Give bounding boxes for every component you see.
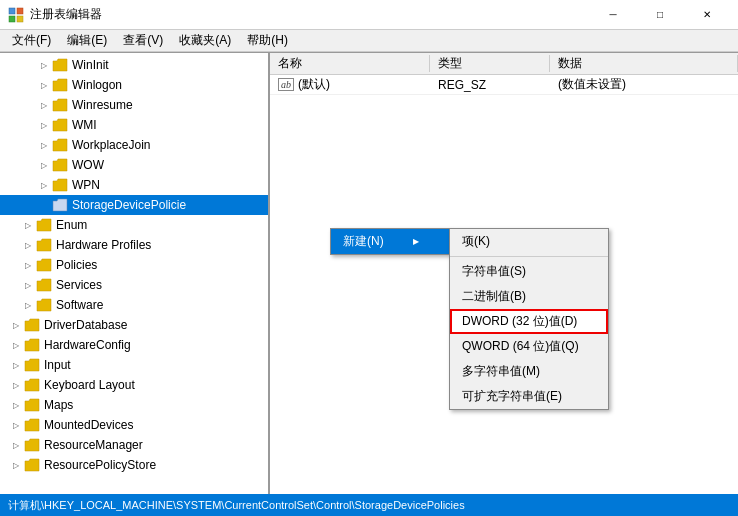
folder-icon	[52, 98, 68, 112]
tree-item-maps[interactable]: ▷ Maps	[0, 395, 268, 415]
tree-label: Services	[56, 278, 102, 292]
tree-label: Software	[56, 298, 103, 312]
tree-item-hardware-profiles[interactable]: ▷ Hardware Profiles	[0, 235, 268, 255]
table-header: 名称 类型 数据	[270, 53, 738, 75]
expand-arrow: ▷	[8, 357, 24, 373]
tree-item-policies[interactable]: ▷ Policies	[0, 255, 268, 275]
col-header-type: 类型	[430, 55, 550, 72]
col-header-name: 名称	[270, 55, 430, 72]
tree-label: Maps	[44, 398, 73, 412]
tree-item-software[interactable]: ▷ Software	[0, 295, 268, 315]
table-row[interactable]: ab (默认) REG_SZ (数值未设置)	[270, 75, 738, 95]
expand-arrow: ▷	[36, 177, 52, 193]
expand-arrow: ▷	[8, 417, 24, 433]
folder-icon	[52, 158, 68, 172]
tree-item-enum[interactable]: ▷ Enum	[0, 215, 268, 235]
tree-item-winresume[interactable]: ▷ Winresume	[0, 95, 268, 115]
context-menu: 新建(N) ▶ 项(K) 字符串值(S) 二进制值(B)	[330, 228, 450, 255]
status-text: 计算机\HKEY_LOCAL_MACHINE\SYSTEM\CurrentCon…	[8, 498, 465, 513]
tree-item-wow[interactable]: ▷ WOW	[0, 155, 268, 175]
menu-file[interactable]: 文件(F)	[4, 30, 59, 51]
submenu-item-dword[interactable]: DWORD (32 位)值(D)	[450, 309, 608, 334]
cell-name: ab (默认)	[270, 76, 430, 93]
expand-arrow: ▷	[36, 157, 52, 173]
expand-arrow: ▷	[36, 57, 52, 73]
tree-item-resourcepolicystore[interactable]: ▷ ResourcePolicyStore	[0, 455, 268, 475]
tree-item-resourcemanager[interactable]: ▷ ResourceManager	[0, 435, 268, 455]
close-button[interactable]: ✕	[684, 0, 730, 30]
tree-item-input[interactable]: ▷ Input	[0, 355, 268, 375]
submenu-item-multistring[interactable]: 多字符串值(M)	[450, 359, 608, 384]
expand-arrow: ▷	[8, 337, 24, 353]
tree-label: ResourcePolicyStore	[44, 458, 156, 472]
tree-label: Enum	[56, 218, 87, 232]
menu-view[interactable]: 查看(V)	[115, 30, 171, 51]
tree-item-wmi[interactable]: ▷ WMI	[0, 115, 268, 135]
submenu-item-expandstring[interactable]: 可扩充字符串值(E)	[450, 384, 608, 409]
svg-rect-0	[9, 8, 15, 14]
maximize-button[interactable]: □	[637, 0, 683, 30]
context-submenu: 项(K) 字符串值(S) 二进制值(B) DWORD (32 位)值(D) QW…	[449, 228, 609, 410]
folder-icon	[52, 78, 68, 92]
cell-type: REG_SZ	[430, 78, 550, 92]
svg-rect-2	[9, 16, 15, 22]
submenu-item-string[interactable]: 字符串值(S)	[450, 259, 608, 284]
tree-item-wininit[interactable]: ▷ WinInit	[0, 55, 268, 75]
folder-icon	[24, 438, 40, 452]
submenu-arrow: ▶	[413, 237, 419, 246]
submenu-item-qword[interactable]: QWORD (64 位)值(Q)	[450, 334, 608, 359]
tree-label: DriverDatabase	[44, 318, 127, 332]
folder-icon	[24, 338, 40, 352]
main-area: ▷ WinInit ▷ Winlogon ▷ Winresume ▷	[0, 52, 738, 494]
folder-icon	[36, 278, 52, 292]
tree-item-driverdatabase[interactable]: ▷ DriverDatabase	[0, 315, 268, 335]
tree-item-wpn[interactable]: ▷ WPN	[0, 175, 268, 195]
tree-item-keyboard-layout[interactable]: ▷ Keyboard Layout	[0, 375, 268, 395]
tree-label: WinInit	[72, 58, 109, 72]
window-title: 注册表编辑器	[30, 6, 590, 23]
minimize-button[interactable]: ─	[590, 0, 636, 30]
tree-item-storagedevice[interactable]: StorageDevicePolicie	[0, 195, 268, 215]
submenu-item-key[interactable]: 项(K)	[450, 229, 608, 254]
menu-help[interactable]: 帮助(H)	[239, 30, 296, 51]
tree-label: Policies	[56, 258, 97, 272]
registry-content: 名称 类型 数据 ab (默认) REG_SZ (数值未设置) 新建(N) ▶	[270, 53, 738, 494]
menu-bar: 文件(F) 编辑(E) 查看(V) 收藏夹(A) 帮助(H)	[0, 30, 738, 52]
ab-icon: ab	[278, 78, 294, 91]
expand-arrow: ▷	[8, 437, 24, 453]
tree-item-hardwareconfig[interactable]: ▷ HardwareConfig	[0, 335, 268, 355]
tree-item-services[interactable]: ▷ Services	[0, 275, 268, 295]
folder-icon	[24, 318, 40, 332]
title-bar: 注册表编辑器 ─ □ ✕	[0, 0, 738, 30]
tree-label: Input	[44, 358, 71, 372]
tree-label: WMI	[72, 118, 97, 132]
tree-label: Keyboard Layout	[44, 378, 135, 392]
tree-item-winlogon[interactable]: ▷ Winlogon	[0, 75, 268, 95]
folder-icon	[52, 138, 68, 152]
folder-icon	[52, 178, 68, 192]
submenu-item-binary[interactable]: 二进制值(B)	[450, 284, 608, 309]
menu-favorites[interactable]: 收藏夹(A)	[171, 30, 239, 51]
tree-label: Winresume	[72, 98, 133, 112]
tree-item-mounteddevices[interactable]: ▷ MountedDevices	[0, 415, 268, 435]
menu-edit[interactable]: 编辑(E)	[59, 30, 115, 51]
tree-label: WorkplaceJoin	[72, 138, 150, 152]
folder-icon	[24, 378, 40, 392]
tree-label: Hardware Profiles	[56, 238, 151, 252]
svg-rect-1	[17, 8, 23, 14]
expand-arrow: ▷	[8, 457, 24, 473]
folder-icon	[36, 218, 52, 232]
folder-icon	[36, 298, 52, 312]
registry-tree[interactable]: ▷ WinInit ▷ Winlogon ▷ Winresume ▷	[0, 53, 270, 494]
expand-arrow: ▷	[8, 317, 24, 333]
expand-arrow: ▷	[20, 217, 36, 233]
folder-icon	[24, 398, 40, 412]
context-menu-new[interactable]: 新建(N) ▶	[331, 229, 449, 254]
tree-label: WOW	[72, 158, 104, 172]
folder-icon	[36, 258, 52, 272]
tree-item-workplacejoin[interactable]: ▷ WorkplaceJoin	[0, 135, 268, 155]
status-bar: 计算机\HKEY_LOCAL_MACHINE\SYSTEM\CurrentCon…	[0, 494, 738, 516]
expand-arrow: ▷	[20, 257, 36, 273]
tree-label: MountedDevices	[44, 418, 133, 432]
tree-label: ResourceManager	[44, 438, 143, 452]
